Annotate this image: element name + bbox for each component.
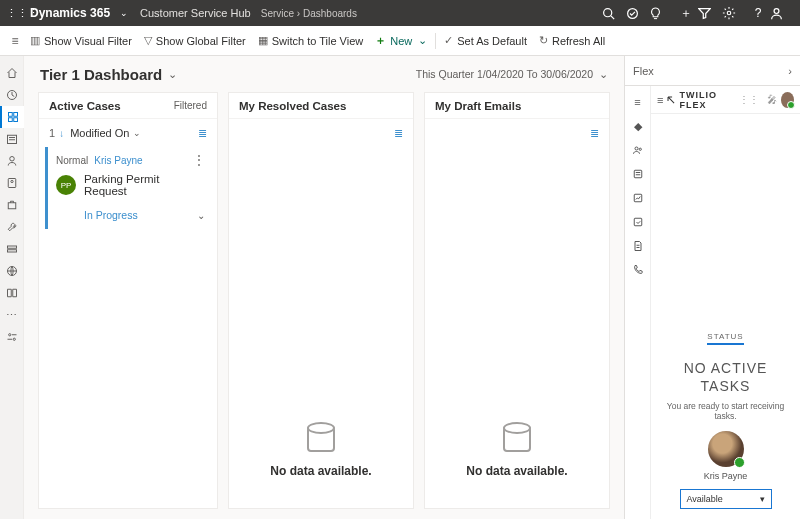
svg-rect-7: [8, 113, 12, 117]
refresh-all-button[interactable]: ↻ Refresh All: [539, 34, 605, 47]
hamburger-icon[interactable]: ≡: [6, 34, 24, 48]
svg-point-25: [635, 147, 638, 150]
flex-header: Flex ›: [625, 56, 800, 86]
flex-panel: Flex › ≡ ◆ ≡ TWILIO FLEX ⋮⋮: [624, 56, 800, 519]
brand-name[interactable]: Dynamics 365: [30, 6, 110, 20]
dashboard-title[interactable]: Tier 1 Dashboard: [40, 66, 162, 83]
case-priority: Normal: [56, 155, 88, 166]
svg-rect-19: [7, 250, 16, 252]
svg-point-4: [727, 11, 731, 15]
svg-point-21: [8, 334, 10, 336]
svg-point-23: [13, 338, 15, 340]
show-global-filter-label: Show Global Filter: [156, 35, 246, 47]
svg-rect-31: [634, 218, 642, 226]
funnel-icon: ▽: [144, 34, 152, 47]
empty-state: No data available.: [425, 147, 609, 508]
chevron-right-icon[interactable]: ›: [788, 65, 792, 77]
more-icon[interactable]: ⋮: [193, 153, 205, 167]
search-icon[interactable]: [602, 7, 626, 20]
availability-select[interactable]: Available ▾: [680, 489, 772, 509]
svg-point-5: [774, 8, 779, 13]
filter-icon[interactable]: [698, 7, 722, 20]
chevron-down-icon[interactable]: ⌄: [120, 8, 128, 18]
new-button[interactable]: ＋ New ⌄: [375, 33, 427, 48]
svg-point-14: [9, 157, 14, 162]
filtered-label[interactable]: Filtered: [174, 100, 207, 111]
nav-recent-icon[interactable]: [0, 84, 24, 106]
show-visual-filter-button[interactable]: ▥ Show Visual Filter: [30, 34, 132, 47]
nav-contacts-icon[interactable]: [0, 172, 24, 194]
avatar[interactable]: [781, 92, 794, 108]
status-tab[interactable]: STATUS: [707, 332, 743, 345]
lightbulb-icon[interactable]: [650, 7, 674, 20]
twilio-brand: TWILIO FLEX: [680, 90, 735, 110]
separator: [435, 33, 436, 49]
list-view-icon[interactable]: ≣: [198, 127, 207, 140]
flex-nav-phone-icon[interactable]: [625, 258, 651, 282]
date-range-label: This Quarter 1/04/2020 To 30/06/2020: [416, 68, 593, 80]
dashboard-content: Tier 1 Dashboard ⌄ This Quarter 1/04/202…: [24, 56, 624, 519]
chevron-down-icon: ⌄: [418, 34, 427, 47]
user-name: Kris Payne: [704, 471, 748, 481]
user-avatar[interactable]: [708, 431, 744, 467]
dialpad-icon[interactable]: ⋮⋮: [739, 94, 759, 105]
show-global-filter-button[interactable]: ▽ Show Global Filter: [144, 34, 246, 47]
flex-nav-arrow-icon[interactable]: [625, 210, 651, 234]
nav-globe-icon[interactable]: [0, 260, 24, 282]
settings-icon[interactable]: [722, 6, 746, 20]
hamburger-icon[interactable]: ≡: [657, 94, 663, 106]
svg-point-16: [10, 180, 12, 182]
help-icon[interactable]: ?: [746, 6, 770, 20]
app-launcher-icon[interactable]: ⋮⋮⋮: [6, 7, 24, 20]
case-item[interactable]: Normal Kris Payne ⋮ PP Parking Permit Re…: [45, 147, 211, 229]
breadcrumb-leaf[interactable]: Dashboards: [303, 8, 357, 19]
flex-nav-teams-icon[interactable]: [625, 138, 651, 162]
case-subject[interactable]: Parking Permit Request: [84, 173, 205, 197]
database-icon: [503, 424, 531, 452]
task-icon[interactable]: [626, 7, 650, 20]
nav-accounts-icon[interactable]: [0, 150, 24, 172]
list-view-icon[interactable]: ≣: [394, 127, 403, 140]
breadcrumb[interactable]: Service › Dashboards: [261, 8, 357, 19]
card-title: My Resolved Cases: [239, 100, 346, 112]
hub-name: Customer Service Hub: [140, 7, 251, 19]
nav-wrench-icon[interactable]: [0, 216, 24, 238]
empty-state: No data available.: [229, 147, 413, 508]
flex-nav-chart-icon[interactable]: [625, 186, 651, 210]
date-range-selector[interactable]: This Quarter 1/04/2020 To 30/06/2020 ⌄: [416, 68, 608, 80]
flex-nav-layers-icon[interactable]: ◆: [625, 114, 651, 138]
nav-activities-icon[interactable]: [0, 128, 24, 150]
switch-tile-view-button[interactable]: ▦ Switch to Tile View: [258, 34, 364, 47]
sort-control[interactable]: 1 ↓ Modified On ⌄: [49, 127, 141, 139]
breadcrumb-root[interactable]: Service: [261, 8, 294, 19]
flex-nav-bars-icon[interactable]: ≡: [625, 90, 651, 114]
chevron-down-icon[interactable]: ⌄: [197, 210, 205, 221]
sort-count: 1: [49, 127, 55, 139]
switch-tile-view-label: Switch to Tile View: [272, 35, 364, 47]
nav-queues-icon[interactable]: [0, 238, 24, 260]
ready-message: You are ready to start receiving tasks.: [657, 401, 794, 421]
list-view-icon[interactable]: ≣: [590, 127, 599, 140]
avatar: PP: [56, 175, 76, 195]
flex-nav-queue-icon[interactable]: [625, 162, 651, 186]
nav-home-icon[interactable]: [0, 62, 24, 84]
nav-knowledge-icon[interactable]: [0, 282, 24, 304]
nav-dashboards-icon[interactable]: [0, 106, 24, 128]
set-default-button[interactable]: ✓ Set As Default: [444, 34, 527, 47]
database-icon: [307, 424, 335, 452]
profile-icon[interactable]: [770, 7, 794, 20]
nav-tools-icon[interactable]: [0, 326, 24, 348]
flex-main: ≡ TWILIO FLEX ⋮⋮ 🎤︎ STATUS NO ACTIVE TAS…: [651, 86, 800, 519]
case-owner[interactable]: Kris Payne: [94, 155, 142, 166]
mic-icon[interactable]: 🎤︎: [767, 94, 777, 105]
nav-more-icon[interactable]: ⋯: [0, 304, 24, 326]
empty-message: No data available.: [466, 464, 567, 478]
chevron-down-icon[interactable]: ⌄: [168, 68, 177, 81]
nav-cases-icon[interactable]: [0, 194, 24, 216]
flex-header-label: Flex: [633, 65, 654, 77]
flex-nav-doc-icon[interactable]: [625, 234, 651, 258]
add-icon[interactable]: ＋: [674, 5, 698, 22]
flex-nav: ≡ ◆: [625, 86, 651, 519]
refresh-all-label: Refresh All: [552, 35, 605, 47]
twilio-bar: ≡ TWILIO FLEX ⋮⋮ 🎤︎: [651, 86, 800, 114]
